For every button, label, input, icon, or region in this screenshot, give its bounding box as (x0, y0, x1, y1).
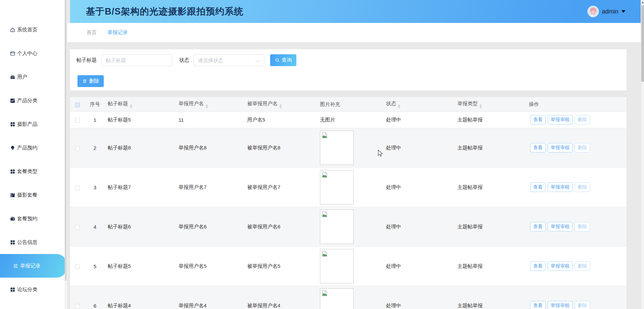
sidebar-item-report-records[interactable]: 举报记录 (0, 254, 67, 278)
view-button[interactable]: 查看 (530, 143, 546, 152)
cell-checkbox (70, 224, 85, 229)
row-checkbox[interactable] (75, 146, 80, 151)
tab-report-records[interactable]: 举报记录 (107, 29, 128, 36)
sidebar-item-package-types[interactable]: 套餐类型 (0, 160, 67, 183)
image-placeholder[interactable] (320, 288, 354, 309)
sidebar-item-personal-center[interactable]: 个人中心 (0, 41, 67, 65)
cell-report-type: 主题帖举报 (455, 145, 526, 151)
audit-button[interactable]: 举报审核 (548, 115, 573, 124)
sidebar-item-package-booking[interactable]: 套餐预约 (0, 207, 67, 230)
sidebar-item-announcements[interactable]: 公告信息 (0, 230, 67, 254)
column-header-reported[interactable]: 被举报用户名 (245, 101, 317, 108)
sort-caret-icon[interactable] (205, 104, 208, 108)
sort-desc-icon[interactable] (205, 107, 208, 108)
row-checkbox[interactable] (75, 264, 80, 269)
bulk-actions-row: 删除 (70, 75, 626, 87)
view-button[interactable]: 查看 (530, 301, 546, 309)
sort-asc-icon[interactable] (205, 104, 208, 106)
search-button[interactable]: 查询 (270, 54, 296, 66)
row-checkbox[interactable] (75, 304, 80, 309)
column-header-type[interactable]: 举报类型 (455, 101, 526, 108)
delete-button[interactable]: 删除 (575, 301, 590, 309)
sort-caret-icon[interactable] (479, 104, 482, 108)
select-all-checkbox[interactable] (75, 103, 80, 107)
bulk-delete-button[interactable]: 删除 (77, 75, 104, 87)
sort-caret-icon[interactable] (130, 104, 132, 108)
table-row: 4帖子标题6举报用户名6被举报用户名6处理中主题帖举报查看举报审核删除 (70, 207, 626, 247)
column-header-title[interactable]: 帖子标题 (105, 101, 176, 108)
book-icon-wrap (10, 192, 15, 198)
cell-post-title: 帖子标题5 (105, 117, 176, 123)
status-select[interactable]: 请选择状态 (194, 54, 264, 66)
page-scrollbar[interactable] (641, 0, 644, 309)
image-placeholder[interactable] (320, 249, 354, 283)
tab-home[interactable]: 首页 (87, 29, 97, 36)
sidebar-item-product-booking[interactable]: 产品预约 (0, 136, 67, 160)
audit-button[interactable]: 举报审核 (548, 182, 573, 192)
view-button[interactable]: 查看 (530, 115, 546, 124)
sidebar-item-system-home[interactable]: 系统首页 (0, 18, 67, 41)
table-body: 1帖子标题511用户名5无图片处理中主题帖举报查看举报审核删除2帖子标题8举报用… (70, 112, 626, 309)
view-button[interactable]: 查看 (530, 261, 546, 271)
sidebar-item-photo-packages[interactable]: 摄影套餐 (0, 183, 67, 207)
sort-caret-icon[interactable] (398, 104, 400, 108)
title-filter-input[interactable] (101, 54, 172, 66)
audit-button[interactable]: 举报审核 (548, 261, 573, 271)
cell-index: 1 (85, 117, 105, 123)
row-checkbox[interactable] (75, 186, 80, 190)
cell-status: 处理中 (383, 145, 455, 151)
audit-button[interactable]: 举报审核 (548, 301, 573, 309)
row-checkbox[interactable] (75, 118, 80, 123)
sidebar-item-forum-category[interactable]: 论坛分类 (0, 278, 67, 301)
sort-asc-icon[interactable] (398, 104, 400, 106)
sort-desc-icon[interactable] (279, 107, 282, 108)
sort-asc-icon[interactable] (130, 104, 132, 106)
bulb-icon-wrap (10, 145, 15, 151)
scroll-up-icon[interactable] (641, 1, 644, 3)
delete-button[interactable]: 删除 (575, 222, 590, 231)
view-button[interactable]: 查看 (530, 182, 546, 192)
audit-button[interactable]: 举报审核 (548, 143, 573, 152)
sort-desc-icon[interactable] (479, 107, 482, 108)
image-placeholder[interactable] (320, 131, 354, 165)
main-area: 基于B/S架构的光迹摄影跟拍预约系统 admin 首页举报记录 帖子 (67, 0, 641, 309)
sort-caret-icon[interactable] (279, 104, 282, 108)
sidebar-item-label: 公告信息 (17, 239, 37, 246)
sort-desc-icon[interactable] (130, 107, 132, 108)
column-header-index: 序号 (85, 101, 105, 108)
delete-button[interactable]: 删除 (575, 115, 590, 124)
app-header: 基于B/S架构的光迹摄影跟拍预约系统 admin (70, 0, 641, 23)
cell-checkbox (70, 117, 85, 122)
sidebar-item-photo-products[interactable]: 摄影产品 (0, 112, 67, 136)
sidebar-item-users[interactable]: 用户 (0, 65, 67, 89)
delete-button[interactable]: 删除 (575, 261, 590, 271)
sort-desc-icon[interactable] (398, 107, 400, 108)
sidebar-scrollbar[interactable] (65, 0, 67, 309)
cell-index: 4 (85, 224, 105, 230)
delete-button[interactable]: 删除 (575, 143, 590, 152)
column-header-reporter[interactable]: 举报用户名 (176, 101, 245, 108)
sidebar-item-product-category[interactable]: 产品分类 (0, 89, 67, 112)
audit-button[interactable]: 举报审核 (548, 222, 573, 231)
cell-reported-user: 被举报用户名8 (245, 145, 317, 151)
delete-button[interactable]: 删除 (575, 182, 590, 192)
sort-asc-icon[interactable] (479, 104, 482, 106)
sort-asc-icon[interactable] (279, 104, 282, 106)
cell-image (317, 170, 383, 204)
view-button[interactable]: 查看 (530, 222, 546, 231)
page-scrollbar-thumb[interactable] (641, 5, 644, 82)
grid-icon (10, 121, 15, 127)
title-filter-label: 帖子标题 (76, 57, 97, 63)
bag-icon-wrap (10, 216, 15, 222)
cell-reporter: 举报用户名4 (176, 303, 245, 309)
image-placeholder[interactable] (320, 170, 354, 204)
image-placeholder[interactable] (320, 209, 354, 244)
sidebar-item-label: 论坛分类 (17, 286, 37, 293)
column-header-status[interactable]: 状态 (383, 101, 455, 108)
user-menu[interactable]: admin (587, 0, 625, 23)
cell-status: 处理中 (383, 184, 455, 191)
row-checkbox[interactable] (75, 225, 80, 230)
cell-reported-user: 用户名5 (245, 117, 317, 123)
sidebar-scrollbar-thumb[interactable] (65, 0, 67, 281)
cell-actions: 查看举报审核删除 (526, 115, 626, 124)
